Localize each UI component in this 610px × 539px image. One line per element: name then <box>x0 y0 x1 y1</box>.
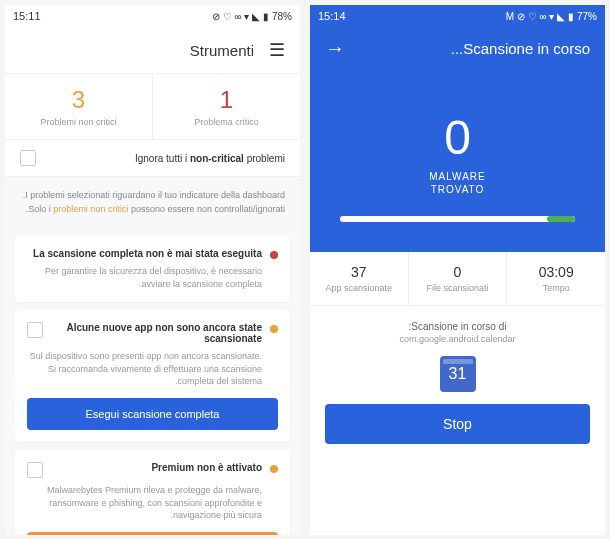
status-bar: 15:11 ⊘ ♡ ∞ ▾ ◣ ▮ 78% <box>5 5 300 27</box>
scan-current-package: com.google.android.calendar <box>325 334 590 344</box>
status-icons: ⊘ ♡ ∞ ▾ ◣ ▮ 78% <box>212 11 292 22</box>
card-premium-inactive: Premium non è attivato Malwarebytes Prem… <box>15 450 290 535</box>
ignore-all-checkbox[interactable] <box>20 150 36 166</box>
stat-time: 03:09 Tempo <box>507 252 605 305</box>
card-checkbox[interactable] <box>27 322 43 338</box>
scan-stats: 03:09 Tempo 0 File scansionati 37 App sc… <box>310 252 605 306</box>
noncritical-problems[interactable]: 3 Problemi non critici <box>5 74 152 139</box>
status-time: 15:14 <box>318 10 346 22</box>
card-apps-not-scanned: Alcune nuove app non sono ancora state s… <box>15 310 290 442</box>
progress-fill <box>547 216 575 222</box>
tools-title: Strumenti <box>190 42 254 59</box>
divider <box>152 74 153 139</box>
stop-button[interactable]: Stop <box>325 404 590 444</box>
ignore-all-row: Ignora tutti i non-critical problemi <box>5 139 300 177</box>
scan-header: Scansione in corso... → <box>310 27 605 70</box>
malware-label: MALWARETROVATO <box>330 170 585 196</box>
malware-count: 0 <box>330 110 585 165</box>
stat-apps: 37 App scansionate <box>310 252 409 305</box>
scan-current-label: Scansione in corso di: <box>325 321 590 332</box>
upgrade-button[interactable]: Effettua ora l'upgrade <box>27 532 278 535</box>
info-box: I problemi selezionati riguardano il tuo… <box>5 177 300 228</box>
status-icons: M ⊘ ♡ ∞ ▾ ◣ ▮ 77% <box>506 11 597 22</box>
run-full-scan-button[interactable]: Esegui scansione completa <box>27 398 278 430</box>
stat-files: 0 File scansionati <box>409 252 508 305</box>
status-time: 15:11 <box>13 10 41 22</box>
tools-header: ☰ Strumenti <box>5 27 300 74</box>
scroll-area[interactable]: Ignora tutti i non-critical problemi I p… <box>5 139 300 535</box>
status-bar: 15:14 M ⊘ ♡ ∞ ▾ ◣ ▮ 77% <box>310 5 605 27</box>
warning-dot-icon <box>270 465 278 473</box>
calendar-app-icon: 31 <box>440 356 476 392</box>
card-checkbox[interactable] <box>27 462 43 478</box>
warning-dot-icon <box>270 325 278 333</box>
scan-footer: Scansione in corso di: com.google.androi… <box>310 306 605 459</box>
phone-scanning: 15:14 M ⊘ ♡ ∞ ▾ ◣ ▮ 77% Scansione in cor… <box>310 5 605 535</box>
scan-title: Scansione in corso... <box>451 40 590 57</box>
critical-dot-icon <box>270 251 278 259</box>
back-arrow-icon[interactable]: → <box>325 37 345 60</box>
hamburger-menu-icon[interactable]: ☰ <box>269 39 285 61</box>
problem-summary: 1 Problema critico 3 Problemi non critic… <box>5 74 300 139</box>
critical-problems[interactable]: 1 Problema critico <box>153 74 300 139</box>
ignore-label: Ignora tutti i non-critical problemi <box>46 153 285 164</box>
scan-main-area: 0 MALWARETROVATO <box>310 70 605 252</box>
card-scan-never-run: La scansione completa non è mai stata es… <box>15 236 290 302</box>
progress-bar <box>340 216 575 222</box>
phone-tools: 15:11 ⊘ ♡ ∞ ▾ ◣ ▮ 78% ☰ Strumenti 1 Prob… <box>5 5 300 535</box>
